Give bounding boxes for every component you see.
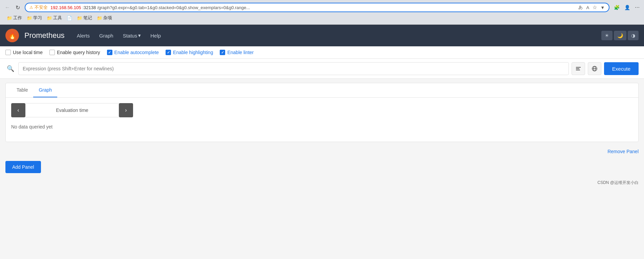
svg-rect-1 <box>576 68 579 69</box>
tab-table[interactable]: Table <box>11 83 33 97</box>
linter-checkbox[interactable] <box>220 50 225 55</box>
nav-alerts[interactable]: Alerts <box>73 30 94 41</box>
highlighting-checkbox[interactable] <box>166 50 171 55</box>
format-icon <box>575 66 581 72</box>
add-panel-button[interactable]: Add Panel <box>5 161 41 173</box>
highlighting-option[interactable]: Enable highlighting <box>166 50 213 55</box>
query-bar: 🔍 Execute <box>0 59 644 79</box>
panel-body: ‹ Evaluation time › No data queried yet <box>6 98 638 142</box>
linter-option[interactable]: Enable linter <box>220 50 254 55</box>
footer-text: CSDN @运维开发小白 <box>597 180 639 185</box>
nav-status-label: Status <box>123 33 137 39</box>
folder-icon: 📁 <box>77 16 82 21</box>
use-local-time-label: Use local time <box>13 50 43 55</box>
prometheus-navbar: 🔥 Prometheus Alerts Graph Status ▾ Help … <box>0 25 644 46</box>
autocomplete-label: Enable autocomplete <box>114 50 159 55</box>
browser-chrome: ← ↻ ⚠ 不安全 192.168.56.105 :32138 /graph?g… <box>0 0 644 25</box>
prometheus-title: Prometheus <box>24 31 65 40</box>
eval-next-button[interactable]: › <box>119 103 133 117</box>
remove-panel-link[interactable]: Remove Panel <box>607 149 639 154</box>
menu-button[interactable]: ⋯ <box>633 4 641 11</box>
folder-icon: 📁 <box>27 16 32 21</box>
no-data-message: No data queried yet <box>11 117 633 136</box>
address-path: /graph?g0.expr=&g0.tab=1&g0.stacked=0&g0… <box>97 5 250 10</box>
globe-icon <box>592 66 598 72</box>
tab-graph[interactable]: Graph <box>33 83 57 97</box>
bookmark-label: 杂项 <box>103 15 112 21</box>
linter-label: Enable linter <box>227 50 254 55</box>
folder-icon: 📁 <box>97 16 102 21</box>
use-local-time-checkbox[interactable] <box>5 50 11 55</box>
security-warning-text: 不安全 <box>35 4 48 10</box>
bookmarks-bar: 📁 工作 📁 学习 📁 工具 📄 📁 笔记 📁 杂项 <box>3 13 641 22</box>
theme-buttons: ☀ 🌙 ◑ <box>601 31 639 40</box>
eval-prev-button[interactable]: ‹ <box>11 103 25 117</box>
search-icon: 🔍 <box>5 64 16 74</box>
address-port: :32138 <box>82 5 96 10</box>
autocomplete-checkbox[interactable] <box>107 50 112 55</box>
query-history-label: Enable query history <box>57 50 100 55</box>
main-navigation: Alerts Graph Status ▾ Help <box>73 30 165 41</box>
highlighting-label: Enable highlighting <box>173 50 213 55</box>
remove-panel-bar: Remove Panel <box>0 146 644 157</box>
bookmark-label: 学习 <box>33 15 42 21</box>
down-arrow-icon[interactable]: ▼ <box>600 5 605 10</box>
query-panel: Table Graph ‹ Evaluation time › No data … <box>5 83 639 142</box>
evaluation-time-label: Evaluation time <box>25 103 119 117</box>
back-button[interactable]: ← <box>3 4 12 11</box>
options-bar: Use local time Enable query history Enab… <box>0 46 644 59</box>
profile-button[interactable]: 👤 <box>623 4 632 11</box>
autocomplete-option[interactable]: Enable autocomplete <box>107 50 159 55</box>
document-icon: 📄 <box>67 16 72 21</box>
bookmark-misc[interactable]: 📁 杂项 <box>95 14 113 22</box>
translate-icon: あ <box>578 4 583 10</box>
bookmark-tools[interactable]: 📁 工具 <box>45 14 63 22</box>
dropdown-arrow-icon: ▾ <box>138 32 141 39</box>
add-panel-bar: Add Panel <box>0 157 644 177</box>
folder-icon: 📁 <box>47 16 52 21</box>
star-icon[interactable]: ☆ <box>593 4 597 10</box>
query-history-option[interactable]: Enable query history <box>49 50 100 55</box>
bookmark-label: 笔记 <box>83 15 92 21</box>
bookmark-label: 工具 <box>53 15 62 21</box>
security-warning-icon: ⚠ <box>29 5 33 10</box>
nav-graph[interactable]: Graph <box>95 30 117 41</box>
address-ip: 192.168.56.105 <box>50 5 81 10</box>
prometheus-logo: 🔥 <box>5 29 19 42</box>
page-footer: CSDN @运维开发小白 <box>0 177 644 188</box>
reload-button[interactable]: ↻ <box>14 4 22 11</box>
panel-tabs: Table Graph <box>6 83 638 98</box>
bookmark-study[interactable]: 📁 学习 <box>25 14 43 22</box>
address-bar[interactable]: ⚠ 不安全 192.168.56.105 :32138 /graph?g0.ex… <box>25 3 609 12</box>
folder-icon: 📁 <box>7 16 12 21</box>
dark-theme-button[interactable]: 🌙 <box>614 31 626 40</box>
format-button[interactable] <box>572 62 585 75</box>
bookmark-label: 工作 <box>13 15 22 21</box>
svg-rect-0 <box>576 67 581 68</box>
svg-rect-2 <box>576 70 580 70</box>
bookmark-work[interactable]: 📁 工作 <box>5 14 23 22</box>
extensions-button[interactable]: 🧩 <box>612 4 621 11</box>
prometheus-logo-icon: 🔥 <box>8 31 17 40</box>
bookmark-notes[interactable]: 📁 笔记 <box>76 14 93 22</box>
use-local-time-option[interactable]: Use local time <box>5 50 43 55</box>
exemplars-button[interactable] <box>588 62 601 75</box>
nav-status[interactable]: Status ▾ <box>119 30 145 41</box>
nav-help[interactable]: Help <box>146 30 165 41</box>
query-history-checkbox[interactable] <box>49 50 55 55</box>
evaluation-time-bar: ‹ Evaluation time › <box>11 103 133 117</box>
light-theme-button[interactable]: ☀ <box>601 31 613 40</box>
font-icon: A <box>586 5 589 10</box>
bookmark-doc[interactable]: 📄 <box>65 15 73 21</box>
auto-theme-button[interactable]: ◑ <box>628 31 639 40</box>
execute-button[interactable]: Execute <box>604 62 639 75</box>
expression-input[interactable] <box>18 62 569 75</box>
